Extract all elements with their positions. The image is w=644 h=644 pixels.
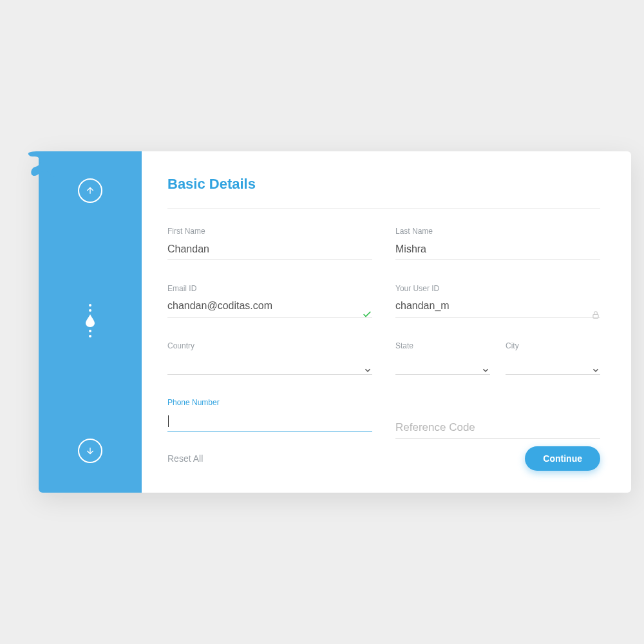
arrow-up-icon <box>85 185 95 196</box>
email-input[interactable] <box>167 297 372 317</box>
step-indicator-icon <box>86 304 95 337</box>
check-icon <box>362 309 372 319</box>
phone-input[interactable] <box>167 411 372 431</box>
continue-button[interactable]: Continue <box>525 446 600 471</box>
form-content: Basic Details First Name Last Name Email… <box>142 151 631 493</box>
drop-icon <box>86 314 95 327</box>
arrow-down-icon <box>85 446 95 456</box>
sidebar <box>39 151 142 493</box>
phone-field: Phone Number <box>167 398 372 439</box>
country-label: Country <box>167 341 372 350</box>
last-name-label: Last Name <box>395 227 600 236</box>
user-id-field: Your User ID <box>395 284 600 325</box>
state-label: State <box>395 341 490 350</box>
phone-label: Phone Number <box>167 398 372 407</box>
reference-field: Reference Code <box>395 398 600 439</box>
user-id-input <box>395 297 600 317</box>
state-field: State <box>395 341 490 382</box>
user-id-label: Your User ID <box>395 284 600 293</box>
state-select[interactable] <box>395 354 490 375</box>
last-name-field: Last Name <box>395 227 600 267</box>
scroll-down-button[interactable] <box>78 439 102 463</box>
svg-rect-0 <box>593 314 598 318</box>
page-title: Basic Details <box>167 176 600 209</box>
first-name-input[interactable] <box>167 240 372 260</box>
country-select[interactable] <box>167 354 372 375</box>
email-field: Email ID <box>167 284 372 325</box>
reset-button[interactable]: Reset All <box>167 453 203 464</box>
country-field: Country <box>167 341 372 382</box>
state-city-row: State City <box>395 341 600 382</box>
form-grid: First Name Last Name Email ID Your User … <box>167 227 600 439</box>
reference-input[interactable]: Reference Code <box>395 418 600 439</box>
text-caret <box>168 415 169 427</box>
city-label: City <box>506 341 600 350</box>
sidebar-blob-decoration <box>16 151 55 203</box>
email-label: Email ID <box>167 284 372 293</box>
city-select[interactable] <box>506 354 600 375</box>
city-field: City <box>506 341 600 382</box>
form-card: Basic Details First Name Last Name Email… <box>39 151 631 493</box>
last-name-input[interactable] <box>395 240 600 260</box>
form-actions: Reset All Continue <box>167 446 600 471</box>
lock-icon <box>591 310 600 319</box>
first-name-label: First Name <box>167 227 372 236</box>
first-name-field: First Name <box>167 227 372 267</box>
reference-placeholder: Reference Code <box>395 421 475 434</box>
scroll-up-button[interactable] <box>78 178 102 203</box>
